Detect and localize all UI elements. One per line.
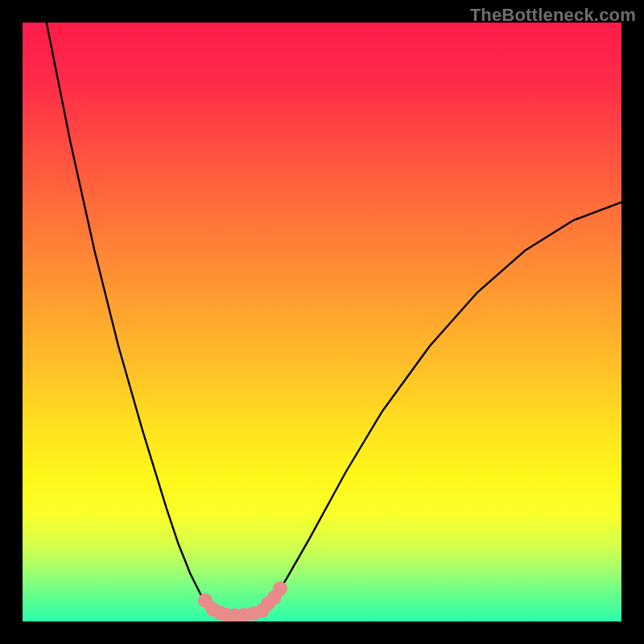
chart-svg xyxy=(23,23,621,621)
watermark-text: TheBottleneck.com xyxy=(470,5,636,26)
curve-line xyxy=(47,23,621,616)
highlight-markers xyxy=(198,581,287,621)
plot-area xyxy=(23,23,621,621)
svg-point-10 xyxy=(273,581,287,596)
